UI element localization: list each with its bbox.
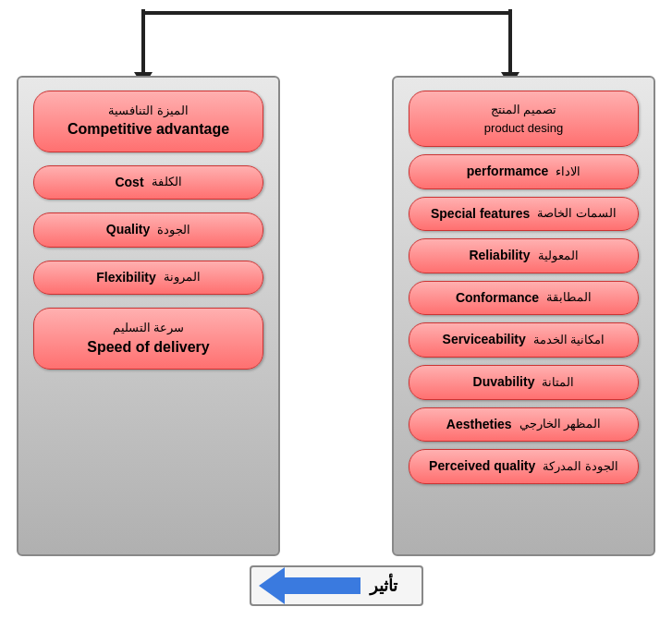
right-panel: تصميم المنتج product desing performamce …	[392, 76, 655, 556]
reliability-arabic: المعولية	[538, 248, 579, 264]
arrow-head	[259, 567, 285, 604]
speed-english: Speed of delivery	[43, 337, 253, 358]
right-arrow-down	[508, 9, 512, 74]
product-design-english: product desing	[419, 119, 629, 138]
flexibility-box: Flexibility المرونة	[33, 261, 263, 296]
conformance-box: Conformance المطابقة	[409, 281, 639, 316]
duvability-arabic: المتانة	[542, 374, 574, 391]
left-panel: الميزة التنافسية Competitive advantage C…	[17, 76, 280, 556]
serviceability-box: Serviceability امكانية الخدمة	[409, 322, 639, 358]
arrow-body	[277, 577, 360, 594]
performance-arabic: الاداء	[556, 164, 580, 180]
flexibility-english: Flexibility	[96, 269, 156, 287]
special-features-english: Special features	[431, 205, 530, 224]
top-connecting-line	[143, 11, 510, 15]
perceived-quality-english: Perceived quality	[429, 457, 535, 476]
bottom-label: تأثير	[370, 576, 397, 596]
duvability-english: Duvability	[473, 373, 535, 392]
blue-arrow	[259, 573, 370, 599]
perceived-quality-box: Perceived quality الجودة المدركة	[409, 449, 639, 484]
cost-arabic: الكلفة	[152, 174, 182, 190]
conformance-arabic: المطابقة	[546, 289, 592, 306]
aestheties-arabic: المظهر الخارجي	[519, 416, 602, 432]
flexibility-content: Flexibility المرونة	[43, 269, 253, 287]
flexibility-arabic: المرونة	[164, 269, 201, 285]
special-features-arabic: السمات الخاصة	[537, 205, 617, 222]
serviceability-arabic: امكانية الخدمة	[533, 332, 605, 348]
bottom-section: تأثير	[250, 565, 423, 606]
reliability-box: Reliability المعولية	[409, 238, 639, 273]
product-design-header: تصميم المنتج product desing	[409, 91, 639, 147]
competitive-advantage-english: Competitive advantage	[43, 119, 253, 140]
performance-box: performamce الاداء	[409, 154, 639, 189]
competitive-advantage-arabic: الميزة التنافسية	[43, 103, 253, 119]
quality-content: Quality الجودة	[43, 221, 253, 239]
quality-arabic: الجودة	[157, 222, 190, 238]
conformance-english: Conformance	[456, 289, 539, 308]
page-container: الميزة التنافسية Competitive advantage C…	[0, 0, 672, 619]
serviceability-english: Serviceability	[443, 331, 526, 349]
quality-box: Quality الجودة	[33, 212, 263, 248]
special-features-box: Special features السمات الخاصة	[409, 197, 639, 232]
perceived-quality-arabic: الجودة المدركة	[543, 458, 618, 475]
reliability-english: Reliability	[469, 247, 530, 265]
duvability-box: Duvability المتانة	[409, 365, 639, 400]
performance-english: performamce	[467, 163, 549, 181]
quality-english: Quality	[106, 221, 150, 239]
cost-box: Cost الكلفة	[33, 165, 263, 200]
competitive-advantage-box: الميزة التنافسية Competitive advantage	[33, 91, 263, 152]
speed-box: سرعة التسليم Speed of delivery	[33, 308, 263, 370]
aestheties-box: Aestheties المظهر الخارجي	[409, 407, 639, 443]
aestheties-english: Aestheties	[446, 416, 512, 434]
left-arrow-down	[141, 9, 145, 74]
cost-english: Cost	[115, 174, 143, 192]
product-design-arabic: تصميم المنتج	[419, 101, 629, 119]
speed-arabic: سرعة التسليم	[43, 320, 253, 336]
cost-content: Cost الكلفة	[43, 174, 253, 192]
